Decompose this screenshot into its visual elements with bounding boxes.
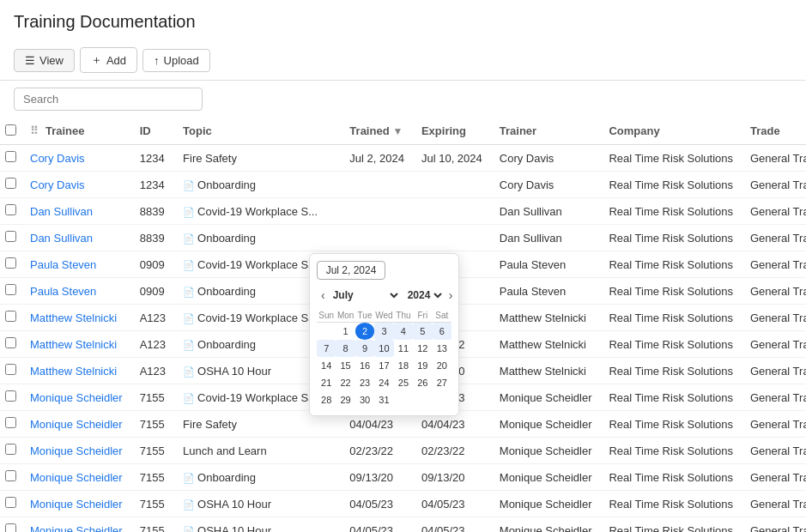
trainee-link[interactable]: Monique Scheidler bbox=[30, 471, 123, 484]
trainee-link[interactable]: Monique Scheidler bbox=[30, 391, 123, 404]
cal-day-cell[interactable]: 13 bbox=[433, 340, 451, 357]
trainee-link[interactable]: Monique Scheidler bbox=[30, 444, 123, 457]
cal-day-cell[interactable]: 28 bbox=[317, 391, 336, 408]
upload-button[interactable]: ↑ Upload bbox=[142, 49, 210, 72]
row-checkbox-cell[interactable] bbox=[0, 198, 21, 225]
row-checkbox[interactable] bbox=[5, 311, 16, 322]
cal-day-cell[interactable]: 25 bbox=[394, 374, 413, 391]
trainee-link[interactable]: Monique Scheidler bbox=[30, 498, 123, 511]
row-checkbox-cell[interactable] bbox=[0, 411, 21, 438]
trainee-link[interactable]: Monique Scheidler bbox=[30, 418, 123, 431]
cal-date-input[interactable] bbox=[317, 261, 385, 280]
trainee-link[interactable]: Paula Steven bbox=[30, 285, 96, 298]
cal-day-cell[interactable]: 26 bbox=[413, 374, 432, 391]
row-checkbox-cell[interactable] bbox=[0, 172, 21, 198]
select-all-checkbox[interactable] bbox=[5, 124, 16, 136]
row-trainee: Monique Scheidler bbox=[21, 411, 131, 438]
cal-day-cell[interactable]: 1 bbox=[336, 323, 355, 340]
cal-day-cell[interactable]: 7 bbox=[317, 340, 336, 357]
cal-day-cell[interactable]: 23 bbox=[355, 374, 374, 391]
row-checkbox-cell[interactable] bbox=[0, 491, 21, 517]
cal-day-cell[interactable]: 10 bbox=[374, 340, 393, 357]
row-id: 7155 bbox=[131, 384, 174, 411]
cal-day-cell[interactable]: 27 bbox=[433, 374, 451, 391]
trainee-link[interactable]: Cory Davis bbox=[30, 178, 85, 191]
select-all-header[interactable] bbox=[0, 118, 21, 145]
row-checkbox-cell[interactable] bbox=[0, 358, 21, 384]
row-checkbox[interactable] bbox=[5, 151, 16, 162]
cal-days-header-row: SunMonTueWedThuFriSat bbox=[317, 309, 451, 323]
row-trainee: Dan Sullivan bbox=[21, 225, 131, 251]
th-trained[interactable]: Trained ▼ bbox=[341, 118, 413, 145]
cal-day-cell[interactable]: 29 bbox=[336, 391, 355, 408]
cal-next-button[interactable]: › bbox=[445, 287, 458, 304]
trainee-link[interactable]: Matthew Stelnicki bbox=[30, 365, 117, 378]
search-input[interactable] bbox=[14, 88, 203, 111]
trainee-link[interactable]: Matthew Stelnicki bbox=[30, 311, 117, 324]
row-checkbox[interactable] bbox=[5, 444, 16, 455]
cal-day-cell[interactable]: 31 bbox=[374, 391, 393, 408]
cal-day-cell[interactable]: 2 bbox=[355, 323, 374, 340]
row-checkbox-cell[interactable] bbox=[0, 145, 21, 172]
row-checkbox[interactable] bbox=[5, 523, 16, 532]
cal-prev-button[interactable]: ‹ bbox=[317, 287, 330, 304]
row-checkbox[interactable] bbox=[5, 178, 16, 189]
cal-day-cell[interactable]: 30 bbox=[355, 391, 374, 408]
row-checkbox-cell[interactable] bbox=[0, 384, 21, 411]
row-checkbox[interactable] bbox=[5, 284, 16, 295]
cal-day-cell[interactable]: 6 bbox=[433, 323, 451, 340]
row-checkbox[interactable] bbox=[5, 390, 16, 402]
row-checkbox[interactable] bbox=[5, 417, 16, 428]
row-id: 0909 bbox=[131, 251, 174, 278]
trainee-link[interactable]: Cory Davis bbox=[30, 152, 85, 165]
row-checkbox-cell[interactable] bbox=[0, 278, 21, 305]
row-checkbox-cell[interactable] bbox=[0, 464, 21, 491]
cal-day-cell[interactable]: 17 bbox=[374, 357, 393, 374]
row-checkbox-cell[interactable] bbox=[0, 438, 21, 464]
trainee-link[interactable]: Dan Sullivan bbox=[30, 232, 93, 245]
drag-handle-trainee: ⠿ bbox=[30, 124, 39, 137]
row-checkbox[interactable] bbox=[5, 470, 16, 481]
trainee-link[interactable]: Matthew Stelnicki bbox=[30, 338, 117, 351]
cal-day-cell[interactable]: 15 bbox=[336, 357, 355, 374]
cal-day-cell[interactable]: 20 bbox=[433, 357, 451, 374]
cal-day-cell[interactable]: 18 bbox=[394, 357, 413, 374]
cal-day-cell[interactable]: 4 bbox=[394, 323, 413, 340]
cal-day-cell[interactable]: 12 bbox=[413, 340, 432, 357]
cal-month-select[interactable]: JanuaryFebruaryMarchAprilMayJuneJulyAugu… bbox=[330, 288, 401, 302]
row-checkbox[interactable] bbox=[5, 257, 16, 269]
trainee-link[interactable]: Dan Sullivan bbox=[30, 205, 93, 218]
cal-day-cell[interactable]: 16 bbox=[355, 357, 374, 374]
cal-day-cell[interactable]: 14 bbox=[317, 357, 336, 374]
cal-day-cell[interactable]: 22 bbox=[336, 374, 355, 391]
row-checkbox-cell[interactable] bbox=[0, 251, 21, 278]
row-checkbox[interactable] bbox=[5, 364, 16, 375]
cal-day-cell[interactable]: 11 bbox=[394, 340, 413, 357]
row-company: Real Time Risk Solutions bbox=[600, 517, 742, 533]
cal-year-select[interactable]: 2015201620172018201920202021202220232024… bbox=[404, 288, 445, 302]
row-checkbox-cell[interactable] bbox=[0, 305, 21, 331]
cal-day-cell bbox=[433, 391, 451, 408]
cal-day-cell[interactable]: 24 bbox=[374, 374, 393, 391]
cal-day-cell[interactable]: 3 bbox=[374, 323, 393, 340]
add-button[interactable]: ＋ Add bbox=[80, 47, 137, 73]
row-checkbox[interactable] bbox=[5, 231, 16, 242]
row-trade: General Training bbox=[742, 145, 806, 172]
row-checkbox-cell[interactable] bbox=[0, 517, 21, 533]
trainee-link[interactable]: Monique Scheidler bbox=[30, 524, 123, 533]
view-button[interactable]: ☰ View bbox=[14, 49, 75, 72]
cal-day-cell[interactable]: 9 bbox=[355, 340, 374, 357]
trainee-link[interactable]: Paula Steven bbox=[30, 258, 96, 271]
row-checkbox[interactable] bbox=[5, 497, 16, 508]
cal-day-cell[interactable]: 5 bbox=[413, 323, 432, 340]
row-checkbox[interactable] bbox=[5, 204, 16, 215]
cal-day-cell[interactable]: 21 bbox=[317, 374, 336, 391]
row-trainee: Monique Scheidler bbox=[21, 517, 131, 533]
cal-day-cell[interactable]: 8 bbox=[336, 340, 355, 357]
row-checkbox-cell[interactable] bbox=[0, 225, 21, 251]
row-checkbox-cell[interactable] bbox=[0, 331, 21, 358]
filter-icon[interactable]: ▼ bbox=[393, 125, 403, 137]
plus-icon: ＋ bbox=[91, 52, 102, 68]
row-checkbox[interactable] bbox=[5, 337, 16, 348]
cal-day-cell[interactable]: 19 bbox=[413, 357, 432, 374]
